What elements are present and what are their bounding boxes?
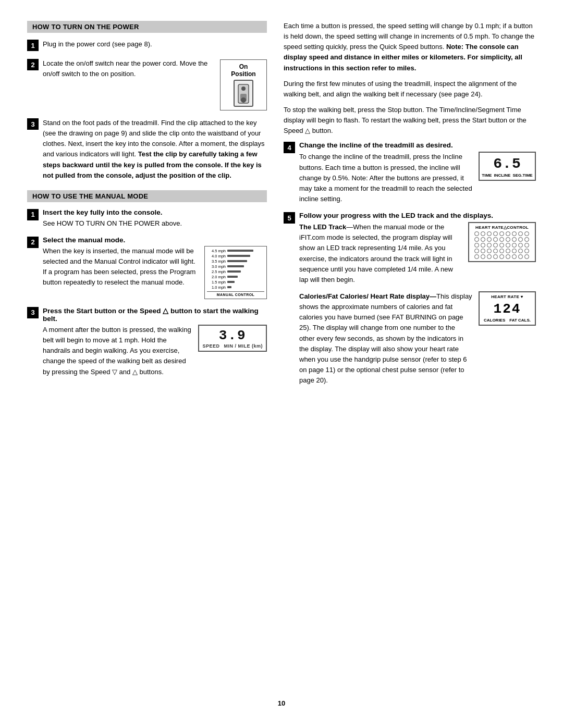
led-dot: [481, 254, 485, 259]
hr-display-box: HEART RATE ♥ 124 CALORIES FAT CALS.: [479, 291, 536, 326]
step-manual-1: 1 Insert the key fully into the console.…: [27, 208, 267, 229]
led-dot: [518, 237, 523, 242]
led-dot: [512, 254, 517, 259]
step-power-2: 2 Locate the on/off switch near the powe…: [27, 58, 267, 110]
led-dot: [524, 237, 529, 242]
hr-label-fatcals: FAT CALS.: [509, 318, 531, 323]
speed-bar: [227, 270, 241, 273]
led-dot: [506, 237, 510, 242]
step-2-with-image: Locate the on/off switch near the power …: [43, 58, 267, 110]
section-header-manual: HOW TO USE THE MANUAL MODE: [27, 190, 267, 202]
step-text-1: Plug in the power cord (see page 8).: [43, 39, 267, 50]
step-number-2: 2: [27, 59, 39, 70]
right-para3: To stop the walking belt, press the Stop…: [284, 105, 536, 136]
step-right-number-4: 4: [284, 142, 295, 153]
led-dot: [499, 243, 504, 248]
step-3-manual-with-image: A moment after the button is pressed, th…: [43, 325, 267, 377]
led-dot: [481, 249, 485, 253]
speed-row: 2.5 mph: [207, 269, 264, 274]
speed-bar: [227, 281, 235, 283]
step-manual-text-1: See HOW TO TURN ON THE POWER above.: [43, 218, 267, 229]
speed-row: 4.5 mph: [207, 249, 264, 253]
led-display-wrap: HEART RATE△CONTROL: [468, 222, 536, 262]
led-header-text: HEART RATE△CONTROL: [472, 225, 532, 230]
step-manual-number-3: 3: [27, 307, 39, 318]
led-dot: [506, 243, 510, 248]
step-manual-content-3: Press the Start button or the Speed △ bu…: [43, 306, 267, 377]
step-number-1: 1: [27, 40, 39, 51]
led-dot: [481, 231, 485, 236]
incline-label-incline: INCLINE: [494, 173, 510, 178]
led-dot: [524, 249, 529, 253]
step-manual-number-2: 2: [27, 237, 39, 248]
step-content-3: Stand on the foot pads of the treadmill.…: [43, 118, 267, 181]
manual-control-label: MANUAL CONTROL: [207, 291, 264, 297]
manual-mode-section: HOW TO USE THE MANUAL MODE 1 Insert the …: [27, 190, 267, 377]
led-dot: [524, 243, 529, 248]
speed-row: 2.0 mph: [207, 275, 264, 279]
led-dot: [474, 231, 479, 236]
led-dot: [481, 243, 485, 248]
hr-header-text: HEART RATE ♥: [491, 294, 523, 299]
led-bold-label: The LED Track: [299, 223, 346, 231]
incline-display-number: 6.5: [493, 156, 521, 172]
led-dot: [474, 237, 479, 242]
led-dot: [487, 254, 492, 259]
led-dot: [518, 243, 523, 248]
step-manual-content-2: Select the manual mode. When the key is …: [43, 236, 267, 299]
led-dot: [474, 243, 479, 248]
led-dot: [524, 231, 529, 236]
incline-display-box: 6.5 TIME INCLINE SEG.TIME: [479, 152, 536, 181]
step-manual-title-2: Select the manual mode.: [43, 236, 267, 244]
step-manual-2: 2 Select the manual mode. When the key i…: [27, 236, 267, 299]
step-manual-3: 3 Press the Start button or the Speed △ …: [27, 306, 267, 377]
led-dot: [499, 237, 504, 242]
hr-header: HEART RATE ♥: [491, 294, 523, 299]
step-right-4: 4 Change the incline of the treadmill as…: [284, 141, 536, 204]
right-para1: Each time a button is pressed, the speed…: [284, 21, 536, 73]
led-dot: [481, 237, 485, 242]
led-dot: [487, 243, 492, 248]
speed-display-image: 3.9 SPEED MIN / MILE (km): [198, 325, 267, 352]
incline-label-time: TIME: [482, 173, 492, 178]
speed-list: 4.5 mph 4.0 mph 3.5 mph 3.0 mph 2.5 mph …: [207, 249, 264, 290]
calories-section: Calories/Fat Calories/ Heart Rate displa…: [299, 291, 536, 386]
hr-display-number: 124: [494, 301, 521, 317]
hr-display-labels: CALORIES FAT CALS.: [484, 318, 531, 323]
page: HOW TO TURN ON THE POWER 1 Plug in the p…: [0, 0, 563, 728]
led-dot: [518, 231, 523, 236]
calories-text-block: Calories/Fat Calories/ Heart Rate displa…: [299, 291, 472, 386]
speed-bar: [227, 265, 244, 267]
led-dot: [493, 237, 498, 242]
step-content-1: Plug in the power cord (see page 8).: [43, 39, 267, 50]
cals-inline: Calories/Fat Calories/ Heart Rate displa…: [299, 291, 536, 386]
led-dot: [493, 231, 498, 236]
led-dot: [487, 231, 492, 236]
incline-label-segtime: SEG.TIME: [512, 173, 532, 178]
led-dot: [512, 237, 517, 242]
led-dot: [474, 249, 479, 253]
step-content-2: Locate the on/off switch near the power …: [43, 58, 267, 110]
led-text: The LED Track—When the manual mode or th…: [299, 222, 462, 285]
section-header-power: HOW TO TURN ON THE POWER: [27, 21, 267, 33]
two-column-layout: HOW TO TURN ON THE POWER 1 Plug in the p…: [27, 21, 536, 690]
step-3-text-block: A moment after the button is pressed, th…: [43, 325, 193, 377]
led-dot: [512, 249, 517, 253]
led-dot: [499, 231, 504, 236]
step-right-content-5: Follow your progress with the LED track …: [299, 212, 536, 386]
led-dot: [493, 254, 498, 259]
step-right-title-5: Follow your progress with the LED track …: [299, 212, 536, 219]
step-manual-content-1: Insert the key fully into the console. S…: [43, 208, 267, 229]
led-dot: [493, 249, 498, 253]
display-label-speed: SPEED: [202, 343, 219, 349]
led-display-box: HEART RATE△CONTROL: [468, 222, 536, 262]
on-position-image: On Position: [220, 58, 267, 110]
step-manual-title-1: Insert the key fully into the console.: [43, 208, 267, 216]
step-right-title-4: Change the incline of the treadmill as d…: [299, 141, 536, 149]
led-dot: [487, 237, 492, 242]
led-dot: [499, 249, 504, 253]
on-label: On: [239, 63, 248, 70]
hr-label-calories: CALORIES: [484, 318, 505, 323]
led-dot: [506, 249, 510, 253]
speed-row: 3.0 mph: [207, 264, 264, 269]
